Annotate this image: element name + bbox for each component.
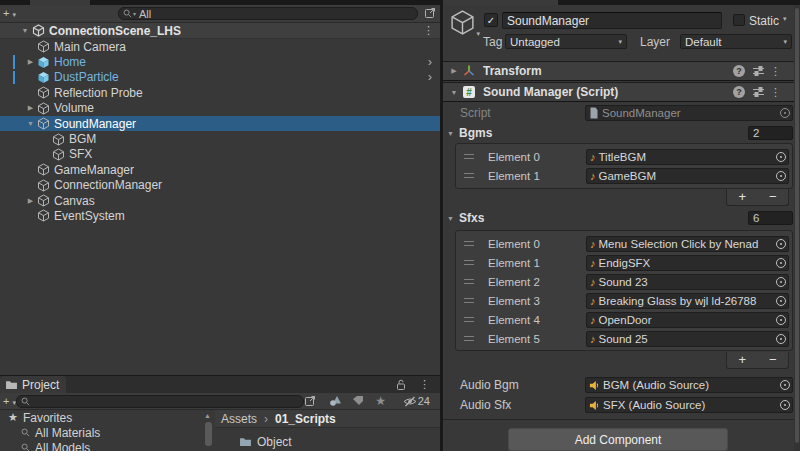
hierarchy-row[interactable]: Reflection Probe — [0, 85, 440, 100]
audio-sfx-object-field[interactable]: SFX (Audio Source) — [585, 397, 793, 413]
bgms-size-field[interactable]: 2 — [748, 126, 793, 140]
sfxs-element-row[interactable]: Element 5 ♪ Sound 25 — [456, 329, 792, 348]
preset-icon[interactable] — [752, 65, 765, 77]
sfxs-size-field[interactable]: 6 — [748, 211, 793, 225]
scene-foldout[interactable]: ▼ — [18, 27, 32, 34]
add-element-button[interactable]: + — [727, 352, 758, 368]
project-search-input[interactable] — [16, 395, 304, 408]
drag-handle-icon[interactable] — [464, 154, 474, 159]
soundmanager-component-header[interactable]: ▼ # Sound Manager (Script) ? ⋮ — [443, 82, 794, 102]
sfxs-array-row[interactable]: ▼ Sfxs 6 — [443, 211, 794, 226]
tag-dropdown[interactable]: Untagged ▾ — [505, 34, 627, 49]
foldout-icon[interactable]: ▼ — [24, 120, 37, 127]
search-by-label-icon[interactable] — [352, 395, 364, 406]
object-picker-icon[interactable] — [776, 239, 786, 249]
scrollbar-thumb[interactable] — [795, 8, 799, 443]
open-search-window-icon[interactable] — [304, 395, 316, 407]
add-element-button[interactable]: + — [727, 189, 758, 205]
hierarchy-row[interactable]: ConnectionManager — [0, 178, 440, 193]
favorites-item[interactable]: All Models — [0, 440, 202, 451]
drag-handle-icon[interactable] — [464, 336, 474, 341]
lock-icon[interactable] — [396, 379, 406, 391]
hierarchy-row[interactable]: SFX — [0, 147, 440, 162]
hierarchy-row[interactable]: Main Camera — [0, 39, 440, 54]
scene-row[interactable]: ▼ ConnectionScene_LHS ⋮ — [0, 23, 440, 39]
create-object-button[interactable]: + ▾ — [3, 7, 16, 21]
audioclip-object-field[interactable]: ♪ TitleBGM — [586, 149, 789, 165]
object-picker-icon[interactable] — [776, 296, 786, 306]
favorites-item[interactable]: All Materials — [0, 425, 202, 440]
object-picker-icon[interactable] — [776, 334, 786, 344]
search-by-type-icon[interactable] — [329, 395, 342, 407]
sfxs-element-row[interactable]: Element 1 ♪ EndigSFX — [456, 253, 792, 272]
static-dropdown-icon[interactable]: ▾ — [783, 15, 787, 23]
create-asset-button[interactable]: + ▾ — [3, 395, 16, 409]
audioclip-object-field[interactable]: ♪ EndigSFX — [586, 255, 789, 271]
transform-component-header[interactable]: ▶ Transform ? ⋮ — [443, 61, 794, 81]
component-menu-icon[interactable]: ⋮ — [770, 65, 781, 78]
hierarchy-row[interactable]: GameManager — [0, 162, 440, 177]
drag-handle-icon[interactable] — [464, 241, 474, 246]
audioclip-object-field[interactable]: ♪ OpenDoor — [586, 312, 789, 328]
gameobject-name-input[interactable]: SoundManager — [502, 12, 722, 29]
breadcrumb-assets[interactable]: Assets — [221, 412, 257, 426]
layer-dropdown[interactable]: Default ▾ — [680, 34, 792, 49]
drag-handle-icon[interactable] — [464, 317, 474, 322]
foldout-icon[interactable]: ▶ — [24, 104, 37, 112]
foldout-closed-icon[interactable]: ▶ — [448, 67, 460, 75]
preset-icon[interactable] — [752, 86, 765, 98]
prefab-open-chevron[interactable]: › — [428, 57, 432, 67]
hierarchy-row[interactable]: ▶ Home › — [0, 54, 440, 69]
bgms-element-row[interactable]: Element 1 ♪ GameBGM — [456, 166, 792, 185]
sfxs-element-row[interactable]: Element 2 ♪ Sound 23 — [456, 272, 792, 291]
audioclip-object-field[interactable]: ♪ Sound 25 — [586, 331, 789, 347]
favorites-star-icon[interactable]: ★ — [375, 394, 386, 408]
foldout-open-icon[interactable]: ▼ — [448, 89, 460, 96]
hierarchy-row[interactable]: ▼ SoundManager — [0, 116, 440, 131]
inspector-scrollbar[interactable] — [794, 5, 800, 451]
object-picker-icon[interactable] — [776, 258, 786, 268]
object-picker-icon[interactable] — [776, 171, 786, 181]
bgms-array-row[interactable]: ▼ Bgms 2 — [443, 126, 794, 141]
project-menu-icon[interactable]: ⋮ — [419, 378, 430, 391]
component-menu-icon[interactable]: ⋮ — [770, 86, 781, 99]
hierarchy-row[interactable]: EventSystem — [0, 208, 440, 223]
audioclip-object-field[interactable]: ♪ GameBGM — [586, 168, 789, 184]
project-scrollbar[interactable]: ▲ — [202, 410, 215, 451]
prefab-open-chevron[interactable]: › — [428, 72, 432, 82]
open-search-window-icon[interactable] — [424, 7, 436, 19]
sfxs-element-row[interactable]: Element 3 ♪ Breaking Glass by wjl ld-267… — [456, 291, 792, 310]
gameobject-icon[interactable]: ▾ — [449, 9, 476, 36]
remove-element-button[interactable]: − — [758, 189, 789, 205]
object-picker-icon[interactable] — [776, 152, 786, 162]
object-picker-icon[interactable] — [780, 108, 790, 118]
project-tab[interactable]: Project — [0, 376, 66, 393]
sfxs-element-row[interactable]: Element 0 ♪ Menu Selection Click by Nena… — [456, 234, 792, 253]
foldout-icon[interactable]: ▶ — [24, 197, 37, 205]
hierarchy-row[interactable]: ▶ Volume — [0, 101, 440, 116]
active-checkbox[interactable]: ✓ — [484, 13, 498, 27]
hierarchy-row[interactable]: DustParticle › — [0, 70, 440, 85]
hierarchy-row[interactable]: BGM — [0, 131, 440, 146]
favorites-header[interactable]: ★ Favorites — [0, 410, 202, 425]
drag-handle-icon[interactable] — [464, 279, 474, 284]
remove-element-button[interactable]: − — [758, 352, 789, 368]
add-component-button[interactable]: Add Component — [508, 428, 728, 451]
object-picker-icon[interactable] — [780, 400, 790, 410]
object-picker-icon[interactable] — [780, 380, 790, 390]
audioclip-object-field[interactable]: ♪ Breaking Glass by wjl ld-26788 — [586, 293, 789, 309]
object-picker-icon[interactable] — [776, 277, 786, 287]
hierarchy-search-input[interactable]: ▾ All — [118, 7, 418, 20]
folder-row[interactable]: Object — [215, 434, 440, 450]
sfxs-element-row[interactable]: Element 4 ♪ OpenDoor — [456, 310, 792, 329]
audioclip-object-field[interactable]: ♪ Menu Selection Click by Nenad — [586, 236, 789, 252]
help-icon[interactable]: ? — [733, 65, 745, 77]
object-picker-icon[interactable] — [776, 315, 786, 325]
foldout-open-icon[interactable]: ▼ — [447, 130, 454, 137]
bgms-element-row[interactable]: Element 0 ♪ TitleBGM — [456, 147, 792, 166]
static-checkbox[interactable] — [733, 14, 745, 26]
drag-handle-icon[interactable] — [464, 173, 474, 178]
foldout-icon[interactable]: ▶ — [24, 58, 37, 66]
scrollbar-thumb[interactable] — [205, 422, 212, 446]
script-object-field[interactable]: SoundManager — [585, 105, 793, 121]
